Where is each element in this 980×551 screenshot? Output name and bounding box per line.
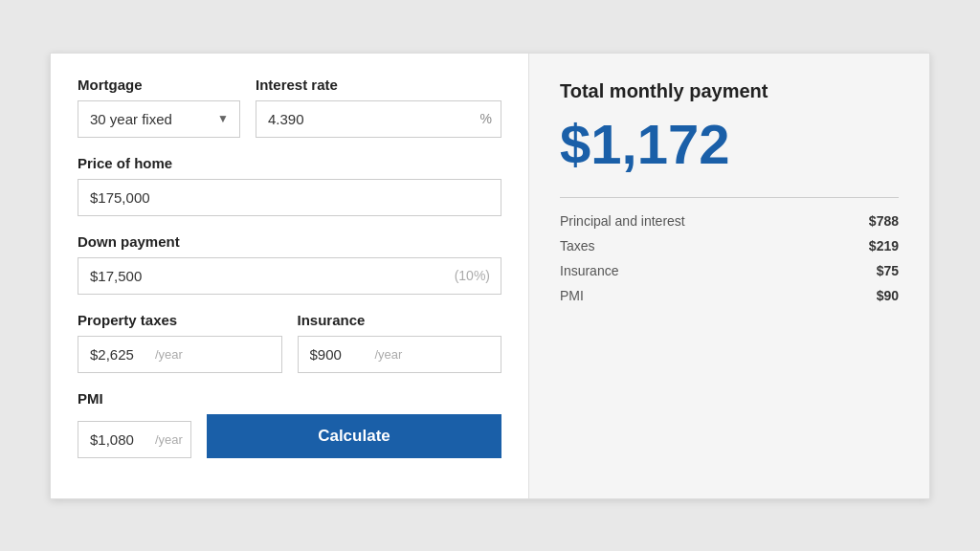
price-of-home-input[interactable] bbox=[78, 179, 501, 216]
down-payment-label: Down payment bbox=[78, 233, 501, 250]
right-panel: Total monthly payment $1,172 Principal a… bbox=[529, 54, 929, 498]
property-taxes-suffix: /year bbox=[155, 347, 190, 362]
breakdown-list: Principal and interest $788 Taxes $219 I… bbox=[560, 213, 899, 303]
down-payment-wrapper: (10%) bbox=[78, 257, 501, 295]
breakdown-item-label: Taxes bbox=[560, 238, 595, 253]
pmi-input-wrapper: /year bbox=[78, 421, 191, 458]
interest-rate-label: Interest rate bbox=[256, 77, 501, 93]
calculator-container: Mortgage 30 year fixed 15 year fixed 5/1… bbox=[50, 53, 930, 499]
interest-rate-wrapper: % bbox=[256, 100, 501, 138]
breakdown-item-value: $75 bbox=[877, 263, 899, 278]
insurance-input-wrapper: /year bbox=[298, 336, 502, 373]
pmi-row: /year Calculate bbox=[78, 414, 501, 458]
property-taxes-input[interactable] bbox=[78, 337, 155, 372]
breakdown-item-value: $219 bbox=[869, 238, 899, 253]
mortgage-select[interactable]: 30 year fixed 15 year fixed 5/1 ARM bbox=[78, 100, 240, 138]
pmi-input-col: /year bbox=[78, 421, 191, 458]
breakdown-item-label: PMI bbox=[560, 288, 584, 303]
pmi-suffix: /year bbox=[155, 432, 190, 447]
breakdown-item-value: $788 bbox=[869, 213, 899, 229]
mortgage-select-wrapper: 30 year fixed 15 year fixed 5/1 ARM ▼ bbox=[78, 100, 240, 138]
breakdown-row: PMI $90 bbox=[560, 288, 899, 303]
insurance-input[interactable] bbox=[299, 337, 375, 372]
pmi-label: PMI bbox=[78, 390, 501, 407]
down-payment-input[interactable] bbox=[78, 257, 501, 295]
breakdown-item-label: Insurance bbox=[560, 263, 618, 278]
insurance-label: Insurance bbox=[298, 312, 502, 328]
pmi-input[interactable] bbox=[78, 422, 155, 457]
breakdown-item-value: $90 bbox=[877, 288, 899, 303]
property-taxes-input-wrapper: /year bbox=[78, 336, 282, 373]
total-payment-label: Total monthly payment bbox=[560, 80, 899, 102]
total-payment-amount: $1,172 bbox=[560, 114, 899, 175]
divider bbox=[560, 197, 899, 198]
breakdown-row: Insurance $75 bbox=[560, 263, 899, 278]
insurance-suffix: /year bbox=[375, 347, 411, 362]
price-of-home-label: Price of home bbox=[78, 155, 501, 171]
left-panel: Mortgage 30 year fixed 15 year fixed 5/1… bbox=[51, 54, 529, 498]
breakdown-row: Taxes $219 bbox=[560, 238, 899, 253]
calculate-button[interactable]: Calculate bbox=[207, 414, 501, 458]
property-taxes-label: Property taxes bbox=[78, 312, 282, 328]
mortgage-label: Mortgage bbox=[78, 77, 240, 93]
interest-rate-input[interactable] bbox=[256, 100, 501, 138]
breakdown-item-label: Principal and interest bbox=[560, 213, 685, 229]
breakdown-row: Principal and interest $788 bbox=[560, 213, 899, 229]
